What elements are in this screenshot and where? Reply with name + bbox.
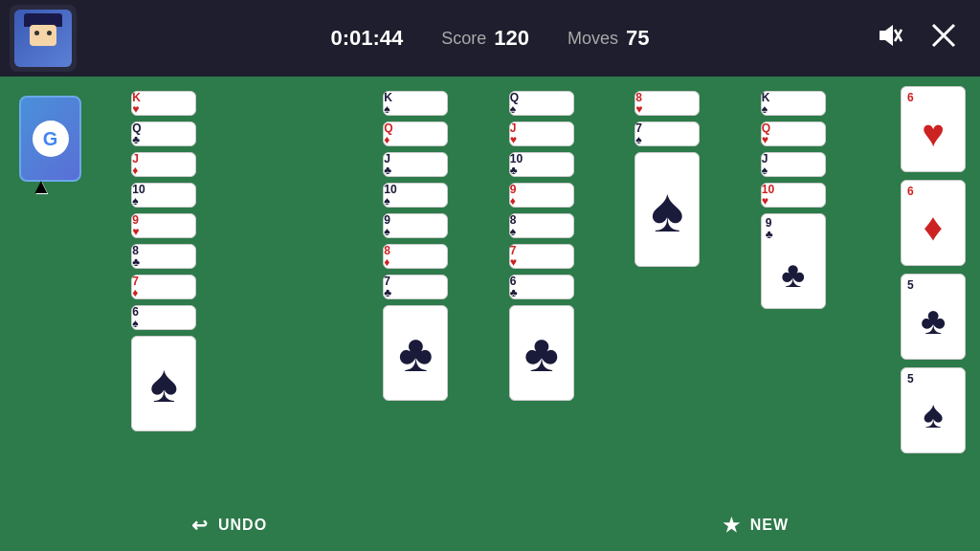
- pile-6-hearts[interactable]: 6 ♥: [901, 86, 966, 172]
- card-j-diamonds[interactable]: J♦: [131, 152, 196, 177]
- column-3: K♠ Q♦ J♣ 10♠ 9♠ 8♦ 7♣ ♣: [383, 91, 452, 493]
- column-1: K♥ Q♣ J♦ 10♠ 9♥ 8♣ 7♦ 6♠: [131, 91, 200, 493]
- card-q-diamonds-c3[interactable]: Q♦: [383, 121, 448, 146]
- game-header: 0:01:44 Score 120 Moves 75: [0, 0, 980, 77]
- column-5: 8♥ 7♠ ♠: [635, 91, 703, 493]
- card-9-spades-c3[interactable]: 9♠: [383, 213, 448, 238]
- avatar: [10, 5, 77, 72]
- pile-5-spades[interactable]: 5 ♠: [901, 367, 966, 453]
- card-k-hearts[interactable]: K♥: [131, 91, 196, 116]
- card-8-clubs[interactable]: 8♣: [131, 244, 196, 269]
- card-8-spades-c4[interactable]: 8♠: [509, 213, 574, 238]
- moves-value: 75: [626, 26, 649, 51]
- card-q-clubs[interactable]: Q♣: [131, 121, 196, 146]
- card-8-diamonds-c3[interactable]: 8♦: [383, 244, 448, 269]
- cursor-icon: ▲: [31, 174, 52, 199]
- close-button[interactable]: [926, 18, 961, 58]
- deck-card[interactable]: G ▲: [19, 96, 81, 182]
- mute-button[interactable]: [871, 17, 907, 59]
- header-controls: [871, 17, 961, 59]
- card-10-spades-c3[interactable]: 10♠: [383, 183, 448, 208]
- columns-area: K♥ Q♣ J♦ 10♠ 9♥ 8♣ 7♦ 6♠: [105, 91, 856, 493]
- card-10-clubs-c4[interactable]: 10♣: [509, 152, 574, 177]
- card-8-hearts-c5[interactable]: 8♥: [635, 91, 700, 116]
- card-10-hearts-c6[interactable]: 10♥: [761, 183, 826, 208]
- column-6: K♠ Q♥ J♠ 10♥ 9♣ ♣: [761, 91, 830, 493]
- google-logo: G: [33, 121, 69, 157]
- undo-icon: ↩: [191, 514, 209, 537]
- card-9-diamonds-c4[interactable]: 9♦: [509, 183, 574, 208]
- card-j-hearts-c4[interactable]: J♥: [509, 121, 574, 146]
- star-icon: ★: [723, 514, 741, 537]
- card-j-clubs-c3[interactable]: J♣: [383, 152, 448, 177]
- undo-label: UNDO: [218, 517, 267, 534]
- pile-5-clubs[interactable]: 5 ♣: [901, 274, 966, 360]
- card-7-hearts-c4[interactable]: 7♥: [509, 244, 574, 269]
- card-7-clubs-c3[interactable]: 7♣: [383, 275, 448, 299]
- undo-button[interactable]: ↩ UNDO: [191, 514, 267, 537]
- right-pile: 6 ♥ 6 ♦ 5 ♣ 5 ♠: [901, 86, 966, 453]
- timer-group: 0:01:44: [330, 26, 403, 51]
- card-club-big-c3[interactable]: ♣: [383, 305, 448, 401]
- new-game-button[interactable]: ★ NEW: [723, 514, 789, 537]
- deck-area[interactable]: G ▲: [19, 96, 81, 182]
- card-q-spades-c4[interactable]: Q♠: [509, 91, 574, 116]
- score-label: Score: [441, 29, 486, 49]
- game-area: G ▲ K♥ Q♣ J♦ 10♠ 9♥ 8♣: [0, 77, 980, 551]
- column-4: Q♠ J♥ 10♣ 9♦ 8♠ 7♥ 6♣ ♣: [509, 91, 578, 493]
- card-club-big-c4[interactable]: ♣: [509, 305, 574, 401]
- card-10-spades[interactable]: 10♠: [131, 183, 196, 208]
- card-q-hearts-c6[interactable]: Q♥: [761, 121, 826, 146]
- card-7-spades-c5[interactable]: 7♠: [635, 121, 700, 146]
- card-9-hearts[interactable]: 9♥: [131, 213, 196, 238]
- score-group: Score 120: [441, 26, 529, 51]
- card-k-spades-c6[interactable]: K♠: [761, 91, 826, 116]
- timer-value: 0:01:44: [330, 26, 403, 51]
- card-6-spades[interactable]: 6♠: [131, 305, 196, 330]
- card-7-diamonds[interactable]: 7♦: [131, 275, 196, 299]
- header-stats: 0:01:44 Score 120 Moves 75: [330, 26, 649, 51]
- card-6-clubs-c4[interactable]: 6♣: [509, 275, 574, 299]
- column-2: [257, 91, 326, 493]
- card-9-clubs-c6[interactable]: 9♣ ♣: [761, 213, 826, 309]
- moves-label: Moves: [568, 29, 618, 49]
- moves-group: Moves 75: [568, 26, 650, 51]
- pile-6-diamonds[interactable]: 6 ♦: [901, 180, 966, 266]
- new-label: NEW: [750, 517, 789, 534]
- card-spade-big[interactable]: ♠: [131, 336, 196, 431]
- card-j-spades-c6[interactable]: J♠: [761, 152, 826, 177]
- svg-marker-0: [880, 25, 893, 46]
- score-value: 120: [494, 26, 529, 51]
- card-k-spades-c3[interactable]: K♠: [383, 91, 448, 116]
- card-spade-big-c5[interactable]: ♠: [635, 152, 700, 267]
- bottom-controls: ↩ UNDO ★ NEW: [0, 514, 980, 537]
